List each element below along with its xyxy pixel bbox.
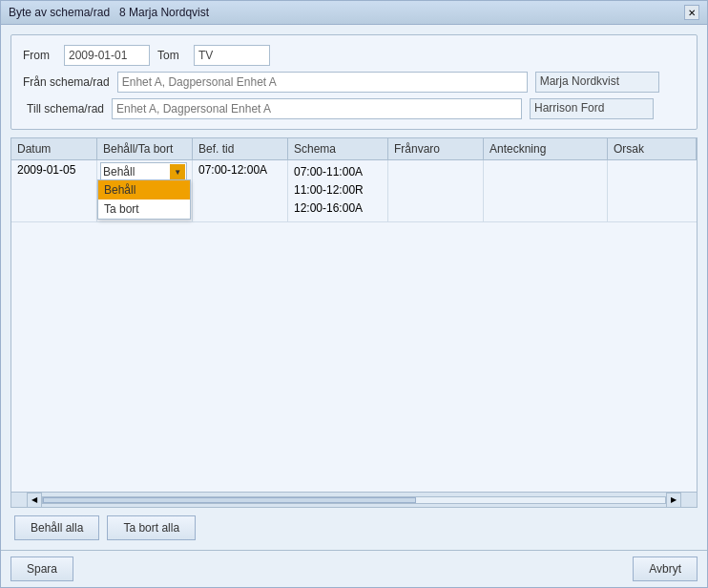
col-header-schema: Schema (288, 138, 388, 159)
col-header-datum: Datum (11, 138, 97, 159)
behall-alla-button[interactable]: Behåll alla (14, 515, 99, 540)
horizontal-scrollbar[interactable]: ◀ ▶ (11, 492, 697, 507)
avbryt-button[interactable]: Avbryt (633, 556, 698, 581)
table-body: 2009-01-05 Behåll Ta bort ▼ Behåll (11, 160, 697, 492)
cell-orsak (608, 160, 697, 221)
col-header-franvaro: Frånvaro (388, 138, 484, 159)
scrollbar-track[interactable] (42, 496, 666, 504)
col-header-orsak: Orsak (608, 138, 697, 159)
window-title: Byte av schema/rad 8 Marja Nordqvist (9, 6, 209, 19)
col-header-anteckning: Anteckning (484, 138, 608, 159)
fran-schema-input[interactable] (117, 72, 528, 93)
fran-person-name: Marja Nordkvist (535, 72, 659, 93)
footer-bar: Spara Avbryt (1, 550, 707, 587)
fran-schema-row: Från schema/rad Marja Nordkvist (23, 72, 685, 93)
ta-bort-alla-button[interactable]: Ta bort alla (107, 515, 196, 540)
table-row: 2009-01-05 Behåll Ta bort ▼ Behåll (11, 160, 697, 222)
till-schema-label: Till schema/rad (23, 102, 104, 116)
option-ta-bort[interactable]: Ta bort (98, 200, 190, 219)
col-header-bef: Bef. tid (193, 138, 288, 159)
till-schema-input[interactable] (112, 98, 522, 119)
behall-dropdown-popup: Behåll Ta bort (97, 179, 191, 220)
fran-schema-label: Från schema/rad (23, 75, 110, 89)
scrollbar-thumb[interactable] (43, 497, 416, 503)
behall-select[interactable]: Behåll Ta bort (100, 162, 187, 181)
scroll-left-button[interactable]: ◀ (27, 493, 42, 508)
cell-franvaro (388, 160, 484, 221)
main-window: Byte av schema/rad 8 Marja Nordqvist ✕ F… (0, 0, 708, 588)
from-input[interactable] (64, 45, 150, 66)
close-button[interactable]: ✕ (684, 5, 699, 20)
col-header-behall: Behåll/Ta bort (97, 138, 193, 159)
title-bar: Byte av schema/rad 8 Marja Nordqvist ✕ (1, 1, 707, 25)
behall-dropdown-wrapper: Behåll Ta bort ▼ (100, 162, 187, 181)
scroll-right-button[interactable]: ▶ (666, 493, 681, 508)
spara-button[interactable]: Spara (10, 556, 73, 581)
till-schema-row: Till schema/rad Harrison Ford (23, 98, 685, 119)
tom-input[interactable] (194, 45, 270, 66)
from-label: From (23, 49, 56, 62)
dates-row: From Tom (23, 45, 685, 66)
option-behall[interactable]: Behåll (98, 180, 190, 200)
table-section: Datum Behåll/Ta bort Bef. tid Schema Frå… (10, 137, 698, 508)
cell-anteckning (484, 160, 608, 221)
tom-label: Tom (157, 49, 186, 62)
window-content: From Tom Från schema/rad Marja Nordkvist… (1, 25, 707, 550)
cell-behall[interactable]: Behåll Ta bort ▼ Behåll Ta bort (97, 160, 193, 221)
cell-bef-tid: 07:00-12:00A (193, 160, 288, 221)
till-person-name: Harrison Ford (530, 98, 654, 119)
form-section: From Tom Från schema/rad Marja Nordkvist… (10, 34, 698, 130)
cell-datum: 2009-01-05 (11, 160, 97, 221)
bottom-buttons-row: Behåll alla Ta bort alla (10, 515, 698, 540)
table-header: Datum Behåll/Ta bort Bef. tid Schema Frå… (11, 138, 697, 160)
cell-schema: 07:00-11:00A11:00-12:00R12:00-16:00A (288, 160, 388, 221)
